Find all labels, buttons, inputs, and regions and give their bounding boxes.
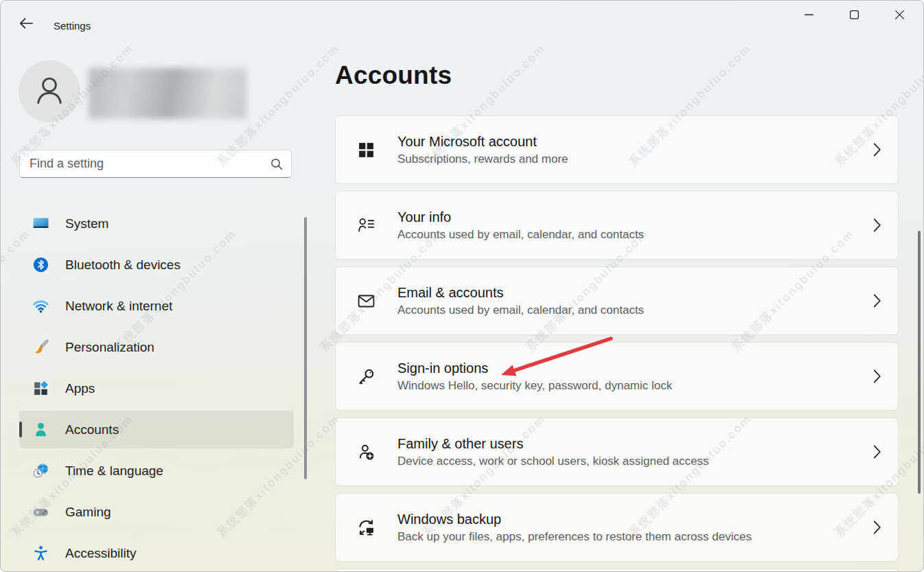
sidebar-item-accounts[interactable]: Accounts [19, 411, 294, 448]
caption-controls [786, 1, 922, 31]
accessibility-icon [32, 545, 49, 562]
chevron-right-icon [873, 519, 881, 536]
close-button[interactable] [877, 1, 922, 31]
settings-window: Settings System [0, 0, 924, 572]
your-info-icon [356, 216, 376, 236]
sidebar-item-gaming[interactable]: Gaming [19, 493, 294, 531]
email-icon [356, 291, 376, 311]
settings-card-family-other-users[interactable]: Family & other users Device access, work… [335, 417, 899, 486]
chevron-right-icon [873, 444, 881, 460]
accounts-icon [32, 421, 49, 438]
settings-card-your-microsoft-account[interactable]: Your Microsoft account Subscriptions, re… [335, 115, 899, 184]
minimize-button[interactable] [786, 1, 831, 31]
app-title: Settings [54, 20, 91, 32]
network-icon [32, 297, 49, 314]
sidebar-item-bluetooth-devices[interactable]: Bluetooth & devices [19, 246, 294, 284]
bluetooth-icon [32, 256, 49, 273]
apps-icon [32, 380, 49, 397]
time-language-icon [32, 462, 49, 479]
personalization-icon [32, 339, 49, 356]
sidebar-item-time-language[interactable]: Time & language [19, 452, 294, 490]
windows-backup-icon [356, 518, 376, 538]
sidebar-item-apps[interactable]: Apps [19, 369, 294, 407]
family-icon [356, 442, 376, 462]
sidebar-item-personalization[interactable]: Personalization [19, 328, 294, 366]
chevron-right-icon [873, 141, 881, 158]
maximize-icon [849, 10, 859, 22]
sidebar-nav: System Bluetooth & devices Network & int… [19, 205, 294, 572]
close-icon [894, 10, 905, 22]
settings-card-sign-in-options[interactable]: Sign-in options Windows Hello, security … [335, 342, 899, 411]
minimize-icon [804, 10, 814, 22]
avatar[interactable] [19, 60, 80, 122]
search-box[interactable] [19, 150, 292, 178]
microsoft-logo-icon [356, 140, 376, 160]
settings-card-email-accounts[interactable]: Email & accounts Accounts used by email,… [335, 266, 899, 335]
selection-pill [19, 422, 22, 437]
sidebar-item-system[interactable]: System [19, 205, 294, 242]
chevron-right-icon [873, 217, 881, 233]
system-icon [32, 215, 49, 232]
settings-card-your-info[interactable]: Your info Accounts used by email, calend… [335, 191, 899, 260]
gaming-icon [32, 503, 49, 520]
signin-key-icon [356, 367, 376, 387]
chevron-right-icon [873, 293, 881, 309]
back-arrow-icon [19, 18, 33, 31]
maximize-button[interactable] [831, 1, 877, 31]
search-icon[interactable] [270, 158, 283, 170]
sidebar-scrollbar[interactable] [304, 217, 307, 479]
settings-card-partial[interactable] [335, 569, 899, 572]
person-icon [31, 71, 68, 111]
main-scrollbar[interactable] [918, 231, 921, 494]
settings-card-windows-backup[interactable]: Windows backup Back up your files, apps,… [335, 493, 899, 562]
user-name-redacted [89, 68, 246, 119]
search-input[interactable] [30, 157, 270, 171]
chevron-right-icon [873, 368, 881, 385]
settings-cards: Your Microsoft account Subscriptions, re… [335, 115, 899, 572]
sidebar-item-network-internet[interactable]: Network & internet [19, 287, 294, 325]
sidebar-item-accessibility[interactable]: Accessibility [19, 534, 294, 572]
titlebar: Settings [1, 1, 923, 39]
page-title: Accounts [335, 61, 452, 90]
back-button[interactable] [13, 12, 39, 36]
